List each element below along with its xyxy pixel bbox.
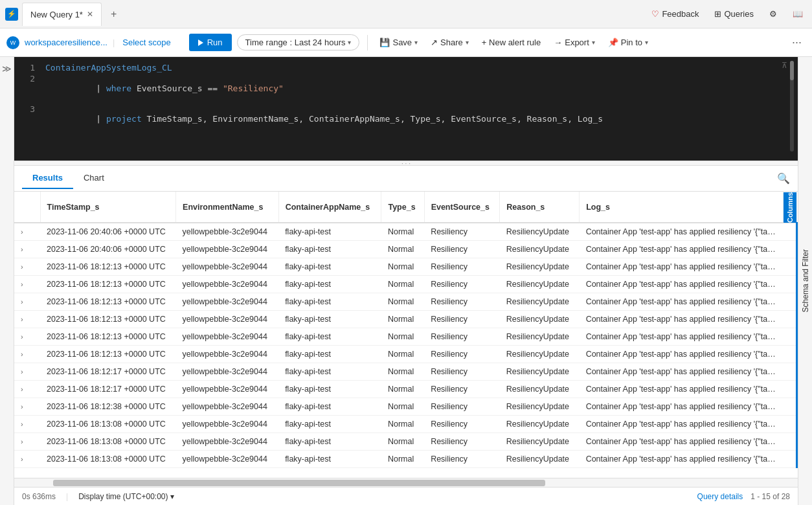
bookmark-button[interactable]: 📖 [789, 6, 807, 21]
tab-close-button[interactable]: ✕ [87, 10, 93, 19]
table-cell: ResiliencyUpdate [500, 398, 580, 416]
row-expand-button[interactable]: › [21, 403, 23, 410]
tab-chart[interactable]: Chart [73, 168, 115, 189]
col-eventsource[interactable]: EventSource_s [424, 192, 500, 223]
col-reason[interactable]: Reason_s [500, 192, 580, 223]
settings-button[interactable]: ⚙ [765, 6, 781, 21]
table-row[interactable]: ›2023-11-06 20:40:06 +0000 UTCyellowpebb… [14, 241, 797, 258]
table-row[interactable]: ›2023-11-06 18:12:13 +0000 UTCyellowpebb… [14, 328, 797, 346]
code-editor[interactable]: 1 ContainerAppSystemLogs_CL 2 | where Ev… [14, 57, 798, 161]
row-expand-button[interactable]: › [21, 385, 23, 393]
row-expand-button[interactable]: › [21, 333, 23, 341]
new-tab-button[interactable]: + [106, 6, 122, 23]
more-button[interactable]: ··· [788, 33, 806, 52]
export-button[interactable]: → Export ▾ [550, 35, 599, 50]
tab-results[interactable]: Results [22, 168, 73, 189]
row-expand-button[interactable]: › [21, 263, 23, 271]
active-tab[interactable]: New Query 1* ✕ [22, 3, 102, 26]
table-cell: yellowpebble-3c2e9044 [176, 398, 279, 416]
results-table-container[interactable]: TimeStamp_s EnvironmentName_s ContainerA… [14, 192, 798, 478]
col-type[interactable]: Type_s [381, 192, 424, 223]
queries-icon: ⊞ [714, 9, 721, 19]
row-expand-button[interactable]: › [21, 368, 23, 376]
sidebar-left: ≫ [0, 57, 14, 505]
columns-cell [783, 276, 797, 293]
table-cell: Resiliency [424, 346, 500, 363]
collapse-sidebar-button[interactable]: ≫ [1, 62, 13, 75]
table-cell: ResiliencyUpdate [500, 293, 580, 311]
row-expand-button[interactable]: › [21, 228, 23, 236]
table-cell: Resiliency [424, 381, 500, 398]
col-columns-button[interactable]: Columns [783, 192, 797, 223]
expand-editor-button[interactable]: ⊼ [782, 61, 787, 70]
table-row[interactable]: ›2023-11-06 18:12:13 +0000 UTCyellowpebb… [14, 311, 797, 328]
table-cell: Container App 'test-app' has applied res… [580, 223, 783, 241]
table-row[interactable]: ›2023-11-06 18:13:08 +0000 UTCyellowpebb… [14, 451, 797, 468]
table-row[interactable]: ›2023-11-06 18:12:13 +0000 UTCyellowpebb… [14, 293, 797, 311]
scrollbar-thumb[interactable] [53, 480, 545, 486]
editor-area: 1 ContainerAppSystemLogs_CL 2 | where Ev… [14, 57, 798, 505]
pin-to-button[interactable]: 📌 Pin to ▾ [604, 35, 652, 50]
new-alert-button[interactable]: + New alert rule [478, 35, 545, 50]
row-expand-button[interactable]: › [21, 280, 23, 288]
table-cell: flaky-api-test [278, 346, 381, 363]
time-range-button[interactable]: Time range : Last 24 hours ▾ [237, 34, 360, 50]
row-expand-button[interactable]: › [21, 438, 23, 445]
row-expand-button[interactable]: › [21, 245, 23, 253]
table-row[interactable]: ›2023-11-06 18:12:17 +0000 UTCyellowpebb… [14, 363, 797, 381]
row-expand-button[interactable]: › [21, 420, 23, 428]
horizontal-scrollbar[interactable] [14, 478, 798, 487]
table-cell: 2023-11-06 20:40:06 +0000 UTC [40, 223, 176, 241]
workspace-name[interactable]: workspaceresilience... [25, 38, 107, 47]
run-triangle-icon [198, 39, 203, 46]
drag-handle[interactable]: · · · [14, 161, 798, 166]
table-cell: ResiliencyUpdate [500, 258, 580, 276]
select-scope-button[interactable]: Select scope [120, 36, 173, 49]
display-time[interactable]: Display time (UTC+00:00) ▾ [78, 492, 174, 501]
share-button[interactable]: ↗ Share ▾ [427, 35, 473, 50]
status-bar: 0s 636ms | Display time (UTC+00:00) ▾ Qu… [14, 487, 798, 505]
table-cell: Normal [381, 241, 424, 258]
table-row[interactable]: ›2023-11-06 18:13:08 +0000 UTCyellowpebb… [14, 416, 797, 433]
table-cell: Container App 'test-app' has applied res… [580, 258, 783, 276]
save-button[interactable]: 💾 Save ▾ [376, 35, 422, 50]
table-cell: flaky-api-test [278, 223, 381, 241]
title-bar-right: ♡ Feedback ⊞ Queries ⚙ 📖 [648, 6, 807, 21]
run-label: Run [207, 38, 223, 47]
editor-scrollbar[interactable] [790, 61, 794, 152]
row-expand-button[interactable]: › [21, 350, 23, 358]
share-icon: ↗ [431, 38, 438, 47]
table-row[interactable]: ›2023-11-06 18:12:17 +0000 UTCyellowpebb… [14, 381, 797, 398]
col-appname[interactable]: ContainerAppName_s [278, 192, 381, 223]
results-panel: Results Chart 🔍 TimeStamp_s EnvironmentN… [14, 166, 798, 487]
table-row[interactable]: ›2023-11-06 18:12:13 +0000 UTCyellowpebb… [14, 346, 797, 363]
feedback-button[interactable]: ♡ Feedback [648, 6, 703, 21]
col-log[interactable]: Log_s [580, 192, 783, 223]
table-cell: yellowpebble-3c2e9044 [176, 381, 279, 398]
table-cell: ResiliencyUpdate [500, 381, 580, 398]
columns-cell [783, 328, 797, 346]
run-button[interactable]: Run [189, 34, 232, 51]
table-row[interactable]: ›2023-11-06 18:13:08 +0000 UTCyellowpebb… [14, 433, 797, 451]
queries-button[interactable]: ⊞ Queries [710, 6, 758, 21]
schema-filter-label[interactable]: Schema and Filter [801, 244, 810, 317]
col-timestamp[interactable]: TimeStamp_s [40, 192, 176, 223]
table-row[interactable]: ›2023-11-06 20:40:06 +0000 UTCyellowpebb… [14, 223, 797, 241]
row-expand-button[interactable]: › [21, 315, 23, 323]
export-icon: → [554, 38, 562, 47]
row-expand-button[interactable]: › [21, 298, 23, 306]
col-envname[interactable]: EnvironmentName_s [176, 192, 279, 223]
table-row[interactable]: ›2023-11-06 18:12:13 +0000 UTCyellowpebb… [14, 276, 797, 293]
table-cell: 2023-11-06 18:12:13 +0000 UTC [40, 311, 176, 328]
title-bar-left: ⚡ New Query 1* ✕ + [5, 3, 645, 26]
line-number-3: 3 [14, 104, 35, 114]
sidebar-right[interactable]: Schema and Filter [798, 57, 812, 505]
table-row[interactable]: ›2023-11-06 18:12:13 +0000 UTCyellowpebb… [14, 258, 797, 276]
code-line-2: 2 | where EventSource_s == "Resiliency" [14, 73, 798, 104]
table-row[interactable]: ›2023-11-06 18:12:38 +0000 UTCyellowpebb… [14, 398, 797, 416]
search-results-button[interactable]: 🔍 [777, 172, 790, 185]
row-expand-button[interactable]: › [21, 455, 23, 463]
table-cell: 2023-11-06 18:12:13 +0000 UTC [40, 328, 176, 346]
table-cell: flaky-api-test [278, 311, 381, 328]
query-details-link[interactable]: Query details [697, 492, 743, 501]
